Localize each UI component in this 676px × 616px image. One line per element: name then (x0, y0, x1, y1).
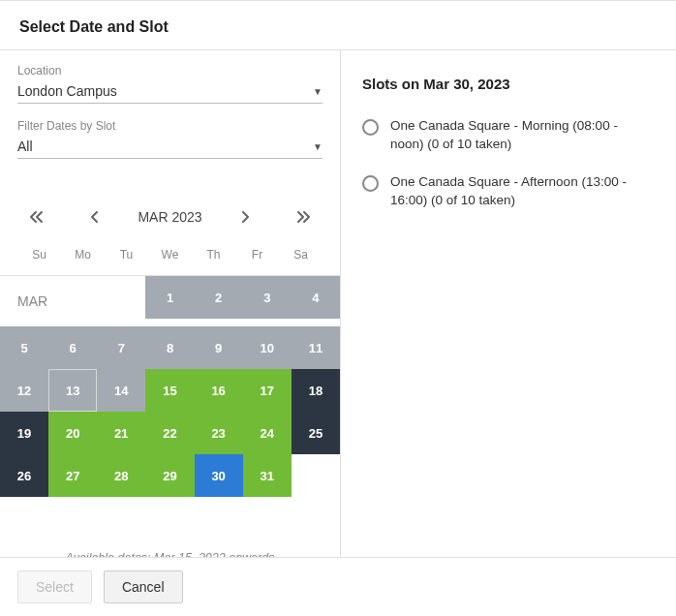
slots-title: Slots on Mar 30, 2023 (362, 76, 655, 92)
calendar-day: 11 (292, 326, 340, 369)
prev-year-button[interactable] (21, 201, 52, 232)
month-label: MAR (0, 276, 145, 326)
calendar-day: 3 (243, 276, 292, 319)
location-label: Location (17, 64, 323, 77)
slot-label: One Canada Square - Afternoon (13:00 - 1… (390, 173, 655, 210)
chevron-left-icon (90, 210, 100, 224)
calendar-day: 6 (48, 326, 97, 369)
weekday-header: SuMoTuWeThFrSa (17, 242, 323, 267)
calendar-day: 4 (292, 276, 340, 319)
slot-option[interactable]: One Canada Square - Morning (08:00 - noo… (362, 117, 655, 154)
calendar-day[interactable]: 21 (97, 412, 145, 454)
calendar-day[interactable]: 18 (292, 369, 340, 412)
calendar-day[interactable]: 29 (145, 454, 194, 497)
location-select[interactable]: London Campus ▼ (17, 81, 323, 104)
calendar-day[interactable]: 19 (0, 412, 48, 454)
cancel-button[interactable]: Cancel (104, 570, 183, 603)
calendar-day[interactable]: 22 (145, 412, 194, 454)
weekday-label: Su (17, 242, 61, 267)
chevron-right-icon (240, 210, 250, 224)
calendar-day: 8 (145, 326, 194, 369)
dialog-footer: Select Cancel (0, 557, 676, 616)
filter-value: All (17, 139, 33, 154)
weekday-label: Fr (235, 242, 279, 267)
calendar-day: 1 (145, 276, 194, 319)
radio-icon (362, 175, 379, 192)
caret-down-icon: ▼ (313, 141, 323, 152)
prev-month-button[interactable] (79, 201, 110, 232)
weekday-label: Th (192, 242, 235, 267)
right-panel: Slots on Mar 30, 2023 One Canada Square … (341, 50, 676, 557)
calendar-day[interactable]: 15 (145, 369, 194, 412)
calendar-day[interactable]: 20 (48, 412, 97, 454)
dialog-title: Select Date and Slot (0, 1, 676, 49)
filter-select[interactable]: All ▼ (17, 137, 323, 159)
calendar-grid: MAR 1234 5678910111213141516171819202122… (0, 275, 340, 497)
calendar-day: 10 (243, 326, 292, 369)
calendar-day[interactable]: 24 (243, 412, 292, 454)
weekday-label: Mo (61, 242, 105, 267)
select-date-slot-dialog: Select Date and Slot Location London Cam… (0, 0, 676, 616)
calendar-day: 2 (195, 276, 243, 319)
weekday-label: Sa (279, 242, 323, 267)
calendar-day: 9 (195, 326, 243, 369)
left-panel: Location London Campus ▼ Filter Dates by… (0, 50, 341, 557)
calendar-day[interactable]: 31 (243, 454, 292, 497)
calendar-day: 12 (0, 369, 48, 412)
calendar-day: 7 (97, 326, 145, 369)
caret-down-icon: ▼ (313, 86, 323, 97)
calendar-nav: MAR 2023 (17, 201, 323, 232)
weekday-label: We (148, 242, 192, 267)
calendar-day: 14 (97, 369, 145, 412)
chevrons-right-icon (295, 210, 311, 224)
filter-field: Filter Dates by Slot All ▼ (17, 119, 323, 159)
calendar-title: MAR 2023 (138, 209, 201, 225)
calendar-day[interactable]: 17 (243, 369, 292, 412)
dialog-body: Location London Campus ▼ Filter Dates by… (0, 49, 676, 557)
calendar-day[interactable]: 27 (48, 454, 97, 497)
location-field: Location London Campus ▼ (17, 64, 323, 104)
select-button[interactable]: Select (17, 570, 92, 603)
slot-label: One Canada Square - Morning (08:00 - noo… (390, 117, 655, 154)
radio-icon (362, 119, 379, 136)
location-value: London Campus (17, 83, 117, 99)
slot-option[interactable]: One Canada Square - Afternoon (13:00 - 1… (362, 173, 655, 210)
calendar-day[interactable]: 23 (195, 412, 243, 454)
calendar-day[interactable]: 28 (97, 454, 145, 497)
calendar-day[interactable]: 25 (292, 412, 340, 454)
calendar-day: 5 (0, 326, 48, 369)
next-month-button[interactable] (230, 201, 261, 232)
calendar-day: 13 (48, 369, 97, 412)
calendar-day[interactable]: 26 (0, 454, 48, 497)
weekday-label: Tu (105, 242, 148, 267)
calendar-day[interactable]: 16 (195, 369, 243, 412)
next-year-button[interactable] (288, 201, 319, 232)
filter-label: Filter Dates by Slot (17, 119, 323, 133)
chevrons-left-icon (29, 210, 45, 224)
calendar-day[interactable]: 30 (195, 454, 243, 497)
